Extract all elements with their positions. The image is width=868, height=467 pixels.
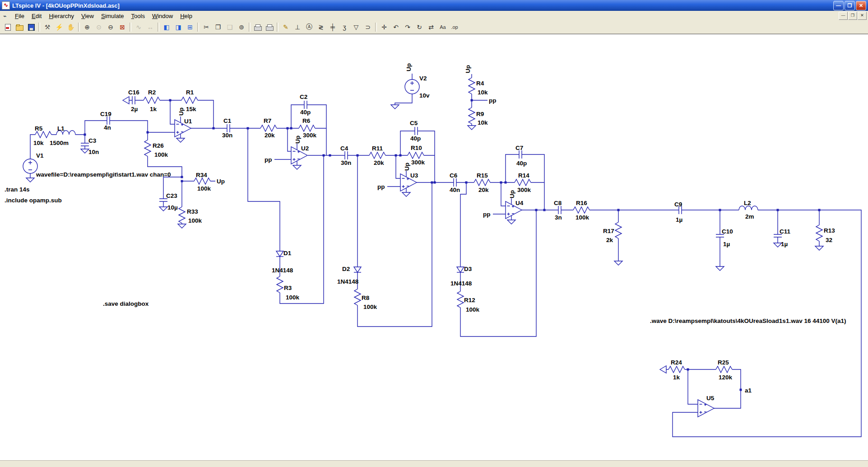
c11-ref-label[interactable]: C11: [780, 228, 791, 235]
resistor-icon[interactable]: ≷: [315, 22, 327, 33]
save-icon[interactable]: [25, 22, 37, 33]
v2-value-label[interactable]: 10v: [419, 92, 430, 99]
c16-ref-label[interactable]: C16: [128, 89, 139, 96]
u2-up-label[interactable]: Up: [294, 135, 301, 144]
u4-ref-label[interactable]: U4: [515, 200, 524, 206]
wire-stage2[interactable]: [230, 105, 345, 159]
print-icon[interactable]: [264, 22, 275, 33]
ground-icon[interactable]: [815, 246, 823, 250]
menu-edit[interactable]: Edit: [28, 12, 45, 20]
c23-ref-label[interactable]: C23: [166, 192, 177, 199]
directive-include[interactable]: .include opamp.sub: [5, 197, 62, 204]
resistor-r9[interactable]: [469, 107, 475, 124]
c8-ref-label[interactable]: C8: [554, 200, 562, 206]
zoom-back-icon[interactable]: ⊙: [93, 22, 105, 33]
wires[interactable]: [30, 74, 861, 437]
capacitor-c1[interactable]: [227, 124, 230, 132]
close-button[interactable]: ✕: [856, 1, 866, 10]
u1-ref-label[interactable]: U1: [184, 118, 192, 125]
component-icon[interactable]: ⊃: [362, 22, 374, 33]
resistor-r2[interactable]: [144, 97, 160, 103]
c10-ref-label[interactable]: C10: [722, 228, 733, 235]
c19-ref-label[interactable]: C19: [100, 111, 111, 117]
cut-icon[interactable]: ✂: [200, 22, 212, 33]
r5-value-label[interactable]: 10k: [33, 140, 44, 146]
d1-model-label[interactable]: 1N4148: [272, 267, 293, 274]
voltage-source-v1[interactable]: [23, 159, 37, 173]
capacitor-c3[interactable]: [81, 143, 89, 146]
resistor-r3[interactable]: [277, 276, 283, 293]
ground-icon[interactable]: [178, 224, 186, 228]
input-port-icon[interactable]: [123, 97, 129, 104]
r5-ref-label[interactable]: R5: [35, 125, 43, 132]
copy-icon[interactable]: ❐: [212, 22, 224, 33]
resistor-r6[interactable]: [299, 125, 315, 131]
resistor-r12[interactable]: [457, 291, 464, 308]
r4-up-label[interactable]: Up: [464, 65, 471, 73]
run-icon[interactable]: ⚡: [53, 22, 65, 33]
resistor-r34[interactable]: [194, 178, 210, 184]
r3-value-label[interactable]: 100k: [286, 294, 300, 301]
r15-value-label[interactable]: 20k: [478, 187, 489, 193]
v1-ref-label[interactable]: V1: [36, 152, 44, 159]
control-panel-icon[interactable]: ⚒: [42, 22, 53, 33]
open-icon[interactable]: [14, 22, 25, 33]
resistor-r17[interactable]: [615, 222, 622, 238]
c7-value-label[interactable]: 40p: [516, 160, 527, 167]
schematic[interactable]: V1 R5 10k L1 1500m C3 10n C19 4n C16 2µ …: [0, 0, 868, 467]
cascade-windows-icon[interactable]: ⊞: [184, 22, 196, 33]
resistor-r33[interactable]: [179, 207, 185, 223]
mdi-close-button[interactable]: ✕: [858, 12, 867, 20]
c9-ref-label[interactable]: C9: [674, 201, 682, 208]
resistor-r24[interactable]: [668, 366, 685, 373]
c23-value-label[interactable]: 10µ: [167, 204, 178, 211]
r17-ref-label[interactable]: R17: [603, 228, 614, 234]
capacitor-c7[interactable]: [519, 150, 522, 159]
ground-icon[interactable]: [716, 266, 724, 271]
resistor-r10[interactable]: [408, 152, 424, 159]
rotate-icon[interactable]: ↻: [413, 22, 425, 33]
halt-icon[interactable]: ✋: [65, 22, 77, 33]
r4-ref-label[interactable]: R4: [476, 80, 484, 87]
r10-value-label[interactable]: 300k: [411, 159, 425, 166]
c2-value-label[interactable]: 40p: [300, 109, 311, 116]
net-label-icon[interactable]: Ⓐ: [303, 22, 315, 33]
r11-value-label[interactable]: 20k: [374, 159, 384, 166]
c1-ref-label[interactable]: C1: [223, 117, 232, 124]
r1-ref-label[interactable]: R1: [186, 89, 194, 96]
voltage-source-v2[interactable]: [405, 79, 419, 94]
r24-ref-label[interactable]: R24: [671, 359, 682, 366]
r33-ref-label[interactable]: R33: [187, 208, 198, 215]
r34-ref-label[interactable]: R34: [196, 172, 207, 178]
c2-ref-label[interactable]: C2: [300, 93, 307, 100]
net-label-up[interactable]: Up: [217, 178, 225, 185]
directive-tran[interactable]: .tran 14s: [5, 186, 30, 193]
r6-ref-label[interactable]: R6: [302, 117, 311, 124]
resistor-r26[interactable]: [144, 140, 151, 156]
tile-horizontally-icon[interactable]: ◨: [172, 22, 184, 33]
resistor-r5[interactable]: [35, 131, 51, 138]
tile-vertically-icon[interactable]: ◧: [161, 22, 172, 33]
r7-ref-label[interactable]: R7: [264, 117, 271, 124]
input-port-icon[interactable]: [660, 366, 666, 373]
wire-supplies[interactable]: [395, 74, 487, 126]
r13-value-label[interactable]: 32: [826, 237, 832, 243]
zoom-in-icon[interactable]: ⊕: [81, 22, 93, 33]
r13-ref-label[interactable]: R13: [824, 227, 835, 234]
diode-icon[interactable]: ▽: [350, 22, 362, 33]
move-icon[interactable]: ✛: [378, 22, 390, 33]
net-label-pp[interactable]: pp: [489, 97, 497, 104]
r7-value-label[interactable]: 20k: [265, 132, 275, 139]
capacitor-icon[interactable]: ╪: [327, 22, 339, 33]
r25-ref-label[interactable]: R25: [718, 359, 729, 366]
c10-value-label[interactable]: 1µ: [723, 241, 730, 248]
ground-icon[interactable]: [391, 105, 399, 109]
net-label-pp[interactable]: pp: [265, 156, 272, 163]
diode-d1[interactable]: [276, 251, 283, 257]
menu-hierarchy[interactable]: Hierarchy: [45, 12, 78, 20]
net-label-pp[interactable]: pp: [377, 183, 385, 190]
capacitor-c8[interactable]: [558, 206, 561, 214]
capacitor-c6[interactable]: [454, 178, 456, 187]
d2-model-label[interactable]: 1N4148: [337, 278, 359, 285]
text-icon[interactable]: Aa: [437, 22, 449, 33]
